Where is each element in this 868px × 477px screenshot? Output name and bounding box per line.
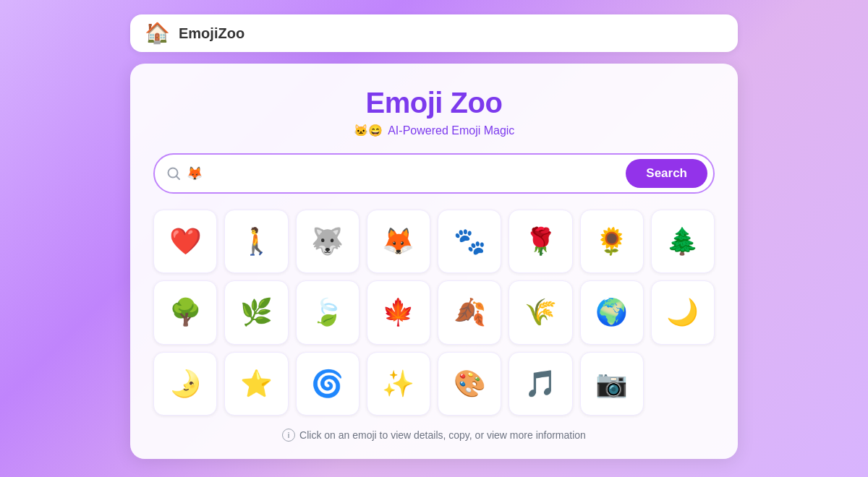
emoji-cell[interactable]: 🌀 — [296, 352, 359, 416]
subtitle-emoji: 🐱😄 — [354, 124, 383, 137]
emoji-cell[interactable]: 🌻 — [580, 210, 644, 273]
nav-title: EmojiZoo — [179, 25, 244, 42]
info-icon: i — [282, 429, 295, 442]
subtitle-text: AI-Powered Emoji Magic — [388, 124, 514, 137]
app-subtitle: 🐱😄 AI-Powered Emoji Magic — [354, 124, 515, 137]
info-footer: i Click on an emoji to view details, cop… — [282, 429, 586, 442]
nav-bar: 🏠 EmojiZoo — [130, 14, 738, 52]
app-title: Emoji Zoo — [366, 87, 503, 119]
emoji-cell[interactable]: 🎵 — [509, 352, 572, 416]
emoji-cell[interactable]: 🌿 — [224, 280, 288, 344]
emoji-cell[interactable]: 🍁 — [367, 280, 430, 344]
emoji-cell[interactable]: ❤️ — [153, 210, 217, 273]
emoji-cell[interactable]: 🌹 — [509, 210, 572, 273]
emoji-cell[interactable]: 🦊 — [367, 210, 430, 273]
emoji-cell[interactable]: 🐾 — [438, 210, 501, 273]
info-text: Click on an emoji to view details, copy,… — [299, 429, 586, 441]
emoji-cell[interactable]: 🌲 — [651, 210, 715, 273]
emoji-cell[interactable]: 🍃 — [296, 280, 359, 344]
emoji-cell[interactable]: 📷 — [580, 352, 644, 416]
emoji-cell[interactable]: 🌙 — [651, 280, 715, 344]
emoji-cell[interactable]: 🌛 — [153, 352, 217, 416]
emoji-cell[interactable]: 🐺 — [296, 210, 359, 273]
emoji-grid: ❤️ 🚶 🐺 🦊 🐾 🌹 🌻 🌲 🌳 🌿 🍃 🍁 🍂 🌾 🌍 🌙 🌛 ⭐ 🌀 ✨… — [153, 210, 715, 416]
emoji-cell[interactable]: 🎨 — [438, 352, 501, 416]
svg-line-1 — [176, 176, 179, 179]
emoji-cell[interactable]: 🚶 — [224, 210, 288, 273]
search-input[interactable] — [187, 163, 620, 184]
emoji-cell[interactable]: 🌍 — [580, 280, 644, 344]
emoji-cell[interactable]: 🌾 — [509, 280, 572, 344]
emoji-cell[interactable]: 🍂 — [438, 280, 501, 344]
search-bar: Search — [153, 153, 715, 194]
emoji-cell[interactable]: 🌳 — [153, 280, 217, 344]
search-icon — [166, 166, 181, 181]
search-button[interactable]: Search — [626, 159, 707, 188]
nav-logo-icon: 🏠 — [145, 23, 170, 43]
main-card: Emoji Zoo 🐱😄 AI-Powered Emoji Magic Sear… — [130, 64, 738, 459]
emoji-cell[interactable]: ✨ — [367, 352, 430, 416]
emoji-cell[interactable]: ⭐ — [224, 352, 288, 416]
